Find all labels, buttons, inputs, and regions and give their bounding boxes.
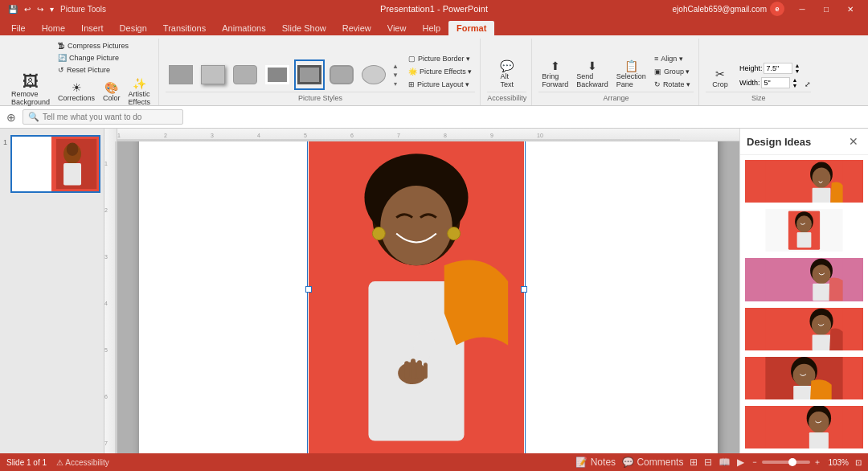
- handle-e[interactable]: [521, 286, 527, 293]
- tab-design[interactable]: Design: [112, 21, 155, 35]
- remove-background-button[interactable]: 🖼 RemoveBackground: [8, 72, 53, 108]
- slide-image[interactable]: ↻: [308, 129, 525, 453]
- alt-text-icon: 💬: [500, 60, 514, 72]
- presenter-view-button[interactable]: ▶: [737, 457, 744, 468]
- save-quick-btn[interactable]: 💾: [6, 5, 19, 14]
- rotate-button[interactable]: ↻ Rotate ▾: [651, 79, 694, 90]
- notes-button[interactable]: 📝 Notes: [575, 457, 616, 468]
- compress-icon: 🗜: [58, 42, 65, 50]
- user-avatar[interactable]: e: [770, 2, 784, 16]
- height-spinner[interactable]: ▲ ▼: [794, 63, 800, 74]
- undo-quick-btn[interactable]: ↩: [23, 5, 32, 14]
- design-idea-4[interactable]: [743, 306, 865, 352]
- svg-text:4: 4: [104, 301, 108, 306]
- design-idea-1-inner: [745, 160, 863, 203]
- design-idea-2[interactable]: [743, 207, 865, 253]
- design-idea-3-svg: [745, 258, 863, 301]
- pic-style-6[interactable]: [326, 59, 357, 90]
- ribbon-group-adjust: 🖼 RemoveBackground 🗜 Compress Pictures 🔄…: [3, 39, 159, 105]
- selection-pane-button[interactable]: 📋 SelectionPane: [613, 59, 649, 90]
- comments-button[interactable]: 💬 Comments: [622, 457, 683, 468]
- align-button[interactable]: ≡ Align ▾: [651, 53, 694, 64]
- maximize-button[interactable]: □: [815, 0, 837, 18]
- tab-slideshow[interactable]: Slide Show: [274, 21, 334, 35]
- bring-forward-button[interactable]: ⬆ BringForward: [538, 59, 571, 90]
- design-idea-6[interactable]: [743, 404, 865, 450]
- ribbon-group-size: ✂ Crop Height: ▲ ▼ Width: ▲: [701, 39, 816, 105]
- svg-text:7: 7: [104, 440, 108, 446]
- artistic-effects-button[interactable]: ✨ ArtisticEffects: [125, 76, 154, 108]
- alt-text-button[interactable]: 💬 AltText: [495, 59, 519, 90]
- gallery-up-button[interactable]: ▲: [391, 62, 400, 70]
- slide-1-thumbnail[interactable]: [10, 135, 100, 193]
- slide-sorter-button[interactable]: ⊟: [704, 457, 712, 468]
- design-idea-1[interactable]: [743, 158, 865, 204]
- picture-layout-button[interactable]: ⊞ Picture Layout ▾: [405, 79, 475, 90]
- tab-help[interactable]: Help: [414, 21, 448, 35]
- width-spinner[interactable]: ▲ ▼: [792, 77, 797, 88]
- pic-style-2[interactable]: [198, 59, 228, 90]
- corrections-color-artistic: ☀ Corrections 🎨 Color ✨ ArtisticEffects: [55, 76, 154, 108]
- pic-style-1[interactable]: [166, 59, 196, 90]
- color-button[interactable]: 🎨 Color: [100, 76, 124, 108]
- zoom-slider[interactable]: － ＋: [751, 457, 821, 468]
- gallery-down-button[interactable]: ▼: [391, 71, 400, 79]
- gallery-scroll-buttons: ▲ ▼ ▾: [391, 62, 400, 88]
- group-button[interactable]: ▣ Group ▾: [651, 66, 694, 77]
- reset-icon: ↺: [58, 66, 64, 74]
- pic-style-3[interactable]: [230, 59, 260, 90]
- pic-style-4[interactable]: [262, 59, 293, 90]
- tab-view[interactable]: View: [379, 21, 415, 35]
- width-input[interactable]: [761, 77, 790, 88]
- send-backward-button[interactable]: ⬇ SendBackward: [573, 59, 612, 90]
- close-button[interactable]: ✕: [839, 0, 862, 18]
- tab-home[interactable]: Home: [34, 21, 73, 35]
- zoom-track[interactable]: [762, 461, 810, 464]
- pic-style-7[interactable]: [358, 59, 389, 90]
- zoom-out-icon[interactable]: －: [751, 457, 759, 468]
- compress-pictures-button[interactable]: 🗜 Compress Pictures: [55, 40, 154, 51]
- user-email: ejohCaleb659@gmail.com: [673, 5, 767, 14]
- document-title: Presentation1 - PowerPoint: [380, 4, 488, 14]
- tab-transitions[interactable]: Transitions: [155, 21, 214, 35]
- handle-w[interactable]: [305, 286, 312, 293]
- slide-number: 1: [3, 138, 7, 146]
- design-idea-5-inner: [745, 357, 863, 399]
- change-picture-button[interactable]: 🔄 Change Picture: [55, 52, 154, 63]
- main-area: 1 1 2 3: [0, 129, 868, 453]
- gallery-more-button[interactable]: ▾: [391, 80, 400, 88]
- reading-view-button[interactable]: 📖: [719, 457, 731, 468]
- slide-image-content: [309, 129, 524, 453]
- more-quick-btn[interactable]: ▾: [48, 5, 55, 14]
- crop-button[interactable]: ✂ Crop: [706, 67, 735, 90]
- search-input[interactable]: [43, 113, 178, 121]
- tab-file[interactable]: File: [3, 21, 34, 35]
- search-box[interactable]: 🔍: [23, 109, 183, 125]
- tab-animations[interactable]: Animations: [214, 21, 273, 35]
- design-idea-5[interactable]: [743, 355, 865, 401]
- design-panel-close-button[interactable]: ✕: [845, 133, 862, 149]
- svg-rect-38: [813, 188, 831, 203]
- minimize-button[interactable]: ─: [791, 0, 813, 18]
- redo-quick-btn[interactable]: ↪: [35, 5, 45, 14]
- zoom-thumb[interactable]: [788, 458, 796, 466]
- tab-format[interactable]: Format: [448, 21, 494, 35]
- tab-insert[interactable]: Insert: [73, 21, 112, 35]
- picture-border-button[interactable]: ▢ Picture Border ▾: [405, 53, 475, 64]
- tab-review[interactable]: Review: [334, 21, 379, 35]
- size-expand-icon[interactable]: ⤢: [805, 80, 811, 88]
- corrections-button[interactable]: ☀ Corrections: [55, 76, 98, 108]
- pic-style-5[interactable]: [294, 59, 325, 90]
- bring-forward-label: BringForward: [542, 72, 568, 88]
- picture-effects-button[interactable]: 🌟 Picture Effects ▾: [405, 66, 475, 77]
- height-input[interactable]: [764, 63, 792, 74]
- remove-bg-label: RemoveBackground: [11, 90, 50, 106]
- normal-view-button[interactable]: ⊞: [690, 457, 698, 468]
- design-idea-3-inner: [745, 258, 863, 301]
- fit-slide-button[interactable]: ⊡: [855, 458, 862, 467]
- title-bar: 💾 ↩ ↪ ▾ Picture Tools Presentation1 - Po…: [0, 0, 868, 18]
- design-idea-3[interactable]: [743, 256, 865, 302]
- reset-picture-button[interactable]: ↺ Reset Picture: [55, 64, 154, 76]
- design-idea-6-svg: [745, 406, 863, 448]
- zoom-in-icon[interactable]: ＋: [813, 457, 821, 468]
